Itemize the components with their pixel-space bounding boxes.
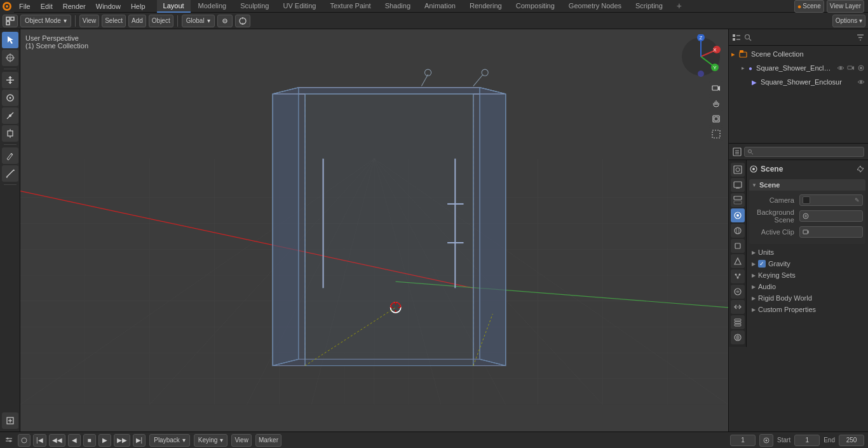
options-btn[interactable]: Options ▾ xyxy=(832,15,865,27)
camera-btn[interactable] xyxy=(709,81,723,95)
outliner-scene-collection[interactable]: ▸ Scene Collection xyxy=(729,47,868,61)
menu-edit[interactable]: Edit xyxy=(36,0,58,13)
units-section[interactable]: ▶ Units xyxy=(749,247,865,258)
fps-btn[interactable] xyxy=(759,434,773,447)
select-menu-btn[interactable]: Select xyxy=(102,15,126,27)
tab-animation[interactable]: Animation xyxy=(418,0,462,13)
camera-input[interactable]: ✎ xyxy=(799,194,863,206)
keying-dropdown[interactable]: Keying ▾ xyxy=(194,434,228,447)
start-frame-input[interactable]: 1 xyxy=(794,435,820,446)
step-forward-btn[interactable]: ▶▶ xyxy=(114,434,130,447)
props-tab-physics[interactable] xyxy=(731,285,745,299)
tab-texture-paint[interactable]: Texture Paint xyxy=(323,0,377,13)
end-frame-input[interactable]: 250 xyxy=(839,435,864,446)
add-menu-btn[interactable]: Add xyxy=(128,15,146,27)
props-tab-world[interactable] xyxy=(731,224,745,238)
editor-type-btn[interactable] xyxy=(3,15,18,27)
view-layer-select[interactable]: View Layer xyxy=(827,0,864,13)
background-scene-input[interactable] xyxy=(799,210,863,222)
props-tab-view-layer[interactable] xyxy=(731,193,745,207)
outliner-editor-type[interactable] xyxy=(731,32,742,43)
tab-rendering[interactable]: Rendering xyxy=(463,0,508,13)
tab-add[interactable]: + xyxy=(670,0,688,13)
tab-uv-editing[interactable]: UV Editing xyxy=(276,0,322,13)
timeline-editor-type[interactable] xyxy=(4,434,14,447)
props-tab-modifiers[interactable] xyxy=(731,254,745,268)
hand-pan-btn[interactable] xyxy=(709,97,723,111)
camera-view-btn[interactable] xyxy=(709,112,723,126)
audio-toggle-btn[interactable] xyxy=(18,434,31,447)
props-pin-btn[interactable] xyxy=(855,164,865,174)
viewport-3d[interactable]: User Perspective (1) Scene Collection X … xyxy=(20,29,728,431)
tab-layout[interactable]: Layout xyxy=(157,0,191,13)
object-menu-btn[interactable]: Object xyxy=(149,15,173,27)
render-region-btn[interactable] xyxy=(709,127,723,141)
tab-sculpting[interactable]: Sculpting xyxy=(234,0,275,13)
tab-scripting[interactable]: Scripting xyxy=(629,0,669,13)
outliner-filter-btn[interactable] xyxy=(855,32,865,43)
stop-btn[interactable]: ■ xyxy=(83,434,96,447)
gravity-section[interactable]: ▶ ✓ Gravity xyxy=(749,258,865,269)
svg-rect-4 xyxy=(11,17,14,20)
timeline-view-btn[interactable]: View xyxy=(231,434,252,447)
scene-props-icon xyxy=(749,165,758,173)
props-tab-scene[interactable] xyxy=(731,208,745,222)
props-tab-particles[interactable] xyxy=(731,269,745,283)
props-tab-render[interactable] xyxy=(731,163,745,177)
tab-modeling[interactable]: Modeling xyxy=(192,0,233,13)
item0-visibility[interactable] xyxy=(836,64,845,72)
jump-start-btn[interactable]: |◀ xyxy=(33,434,46,447)
props-tab-object[interactable] xyxy=(731,239,745,253)
tab-shading[interactable]: Shading xyxy=(379,0,417,13)
tool-add-cube[interactable] xyxy=(2,412,18,429)
viewport-gizmo[interactable]: X Y Z xyxy=(679,34,723,79)
scene-section-header[interactable]: ▼ Scene xyxy=(749,179,865,191)
item1-visibility[interactable] xyxy=(857,78,865,86)
tool-scale[interactable] xyxy=(2,107,18,124)
props-tab-data[interactable] xyxy=(731,315,745,329)
rigid-body-world-section[interactable]: ▶ Rigid Body World xyxy=(749,292,865,304)
menu-file[interactable]: File xyxy=(14,0,36,13)
menu-render[interactable]: Render xyxy=(58,0,91,13)
tab-geometry-nodes[interactable]: Geometry Nodes xyxy=(562,0,628,13)
tab-compositing[interactable]: Compositing xyxy=(510,0,561,13)
keying-sets-section[interactable]: ▶ Keying Sets xyxy=(749,269,865,281)
outliner-item-1[interactable]: ▶ Square_Shower_Enclosur xyxy=(749,75,868,89)
active-clip-input[interactable] xyxy=(799,226,863,238)
audio-section[interactable]: ▶ Audio xyxy=(749,281,865,292)
jump-end-btn[interactable]: ▶| xyxy=(133,434,146,447)
props-tab-material[interactable] xyxy=(731,330,745,344)
tool-select[interactable] xyxy=(2,32,18,48)
current-frame-input[interactable]: 1 xyxy=(730,435,756,446)
object-mode-dropdown[interactable]: Object Mode ▾ xyxy=(20,15,71,27)
menu-help[interactable]: Help xyxy=(126,0,151,13)
snap-btn[interactable] xyxy=(235,15,250,27)
tool-move[interactable] xyxy=(2,72,18,88)
item0-render[interactable] xyxy=(857,64,865,72)
props-tab-constraints[interactable] xyxy=(731,300,745,314)
transform-dropdown[interactable]: Global ▾ xyxy=(182,15,215,27)
props-tab-output[interactable] xyxy=(731,178,745,192)
tool-rotate[interactable] xyxy=(2,90,18,106)
timeline-marker-btn[interactable]: Marker xyxy=(255,434,281,447)
engine-select[interactable]: ● Scene xyxy=(794,0,824,13)
item0-viewport[interactable] xyxy=(846,64,855,72)
camera-eyedropper[interactable]: ✎ xyxy=(855,197,860,203)
pivot-btn[interactable] xyxy=(217,15,233,27)
step-back-btn[interactable]: ◀◀ xyxy=(49,434,65,447)
tool-cursor[interactable] xyxy=(2,50,18,66)
viewport-collection: (1) Scene Collection xyxy=(25,42,88,50)
playback-dropdown[interactable]: Playback ▾ xyxy=(149,434,190,447)
view-menu-btn[interactable]: View xyxy=(79,15,100,27)
properties-search[interactable] xyxy=(744,147,864,157)
play-btn[interactable]: ▶ xyxy=(98,434,111,447)
play-reverse-btn[interactable]: ◀ xyxy=(68,434,81,447)
tool-transform[interactable] xyxy=(2,125,18,142)
outliner-item-0[interactable]: ▸ ● Square_Shower_Enclosure_Cl xyxy=(739,61,868,75)
gravity-checkbox[interactable]: ✓ xyxy=(758,260,766,268)
outliner-search[interactable] xyxy=(744,34,853,41)
tool-annotate[interactable] xyxy=(2,147,18,164)
custom-properties-section[interactable]: ▶ Custom Properties xyxy=(749,304,865,315)
tool-measure[interactable] xyxy=(2,165,18,182)
menu-window[interactable]: Window xyxy=(91,0,126,13)
